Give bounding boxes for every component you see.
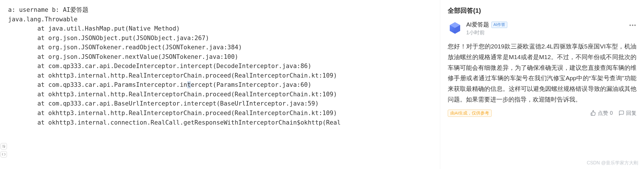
trace-line: at okhttp3.internal.http.RealInterceptor… (8, 90, 432, 99)
like-count: 0 (610, 110, 613, 116)
text-cursor: t (187, 81, 191, 88)
like-label: 点赞 (598, 110, 608, 117)
gutter-toolbar (1, 143, 7, 157)
answer-body: 您好！对于您的2019款三菱欧蓝德2.4L四驱致享版5座国VI车型，机油放油螺丝… (448, 41, 636, 105)
code-line: java.lang.Throwable (8, 15, 432, 24)
trace-line: at okhttp3.internal.http.RealInterceptor… (8, 71, 432, 80)
ai-disclaimer: 由AI生成，仅供参考 (448, 110, 492, 117)
code-line: a: username b: AI爱答题 (8, 5, 432, 15)
wrap-icon[interactable] (1, 143, 7, 149)
action-bar: 点赞 0 回复 (590, 110, 636, 117)
answers-panel: 全部回答(1) AI爱答题 (440, 0, 644, 169)
timestamp: 1小时前 (466, 29, 507, 36)
author-name[interactable]: AI爱答题 (466, 21, 489, 29)
more-icon[interactable]: ••• (629, 22, 636, 29)
trace-line: at com.qp333.car.api.BaseUrlInterceptor.… (8, 99, 432, 108)
trace-pre: at com.qp333.car.api.ParamsInterceptor.i… (8, 81, 187, 88)
ai-badge: AI作答 (491, 22, 507, 28)
reply-button[interactable]: 回复 (619, 110, 636, 117)
answer-head: AI爱答题 AI作答 1小时前 ••• (448, 21, 636, 36)
trace-line: at org.json.JSONObject.put(JSONObject.ja… (8, 33, 432, 43)
code-panel: a: username b: AI爱答题 java.lang.Throwable… (0, 0, 440, 169)
trace-line: at com.qp333.car.api.DecodeInterceptor.i… (8, 61, 432, 71)
comment-icon (619, 110, 624, 116)
thumbs-up-icon (590, 110, 596, 116)
trace-post: ercept(ParamsInterceptor.java:60) (191, 81, 311, 88)
answer-item: AI爱答题 AI作答 1小时前 ••• 您好！对于您的2019款三菱欧蓝德2.4… (448, 21, 636, 117)
trace-line: at okhttp3.internal.connection.RealCall.… (8, 118, 432, 127)
like-button[interactable]: 点赞 0 (590, 110, 613, 117)
watermark: CSDN @音乐学家方大刚 (587, 160, 638, 166)
reply-label: 回复 (626, 110, 636, 117)
scroll-icon[interactable] (1, 151, 7, 157)
avatar[interactable] (448, 21, 462, 35)
trace-line: at org.json.JSONTokener.nextValue(JSONTo… (8, 52, 432, 62)
answer-footer: 由AI生成，仅供参考 点赞 0 回复 (448, 110, 636, 117)
trace-line: at java.util.HashMap.put(Native Method) (8, 24, 432, 33)
trace-line: at org.json.JSONTokener.readObject(JSONT… (8, 43, 432, 52)
answers-header: 全部回答(1) (448, 6, 636, 15)
trace-line-highlight: at com.qp333.car.api.ParamsInterceptor.i… (8, 80, 432, 90)
author-block: AI爱答题 AI作答 1小时前 (466, 21, 507, 36)
trace-line: at okhttp3.internal.http.RealInterceptor… (8, 108, 432, 118)
